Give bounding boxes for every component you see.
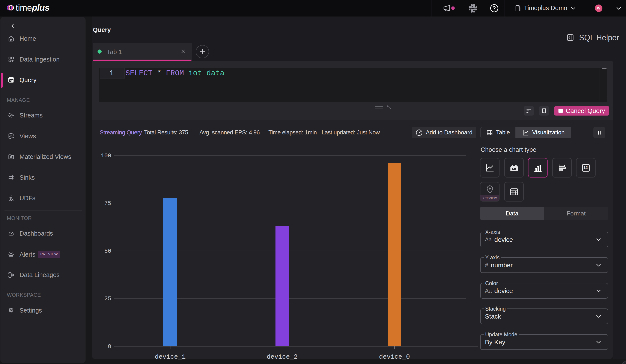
svg-text:12: 12 — [583, 165, 588, 170]
svg-text:device_0: device_0 — [379, 353, 410, 360]
svg-text:100: 100 — [101, 153, 111, 159]
svg-text:device_2: device_2 — [267, 353, 298, 360]
svg-text:75: 75 — [104, 200, 111, 207]
svg-text:50: 50 — [104, 248, 111, 254]
svg-text:device_1: device_1 — [155, 353, 186, 360]
svg-text:25: 25 — [104, 296, 111, 302]
svg-text:0: 0 — [108, 343, 111, 350]
